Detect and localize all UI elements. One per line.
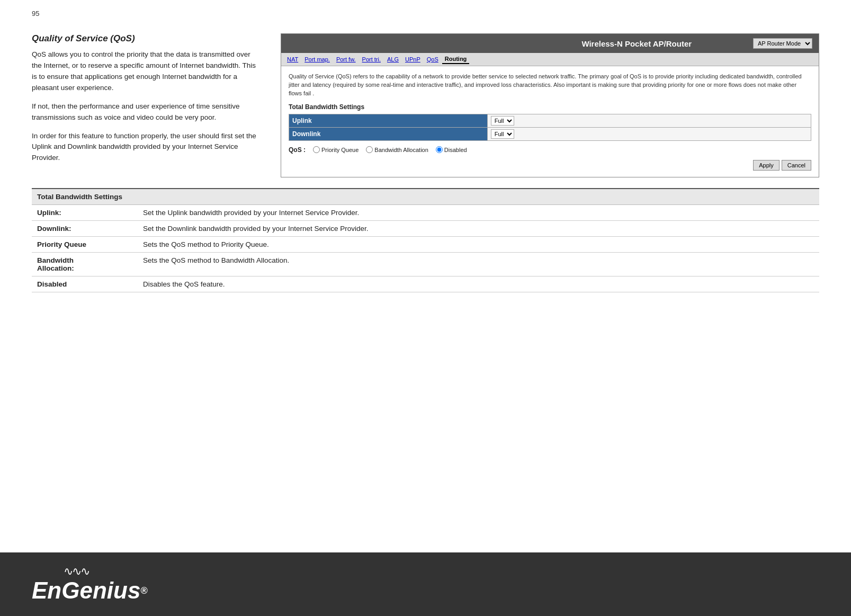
bandwidth-allocation-radio[interactable] (366, 146, 373, 153)
def-uplink: Set the Uplink bandwidth provided by you… (138, 204, 819, 220)
button-row: Apply Cancel (289, 160, 811, 171)
cancel-button[interactable]: Cancel (782, 160, 811, 171)
disabled-option[interactable]: Disabled (436, 146, 467, 153)
term-uplink: Uplink: (32, 204, 138, 220)
table-header: Total Bandwidth Settings (32, 189, 819, 205)
nav-upnp[interactable]: UPnP (402, 55, 423, 64)
def-disabled: Disables the QoS feature. (138, 276, 819, 292)
table-row: Disabled Disables the QoS feature. (32, 276, 819, 292)
term-disabled: Disabled (32, 276, 138, 292)
router-title: Wireless-N Pocket AP/Router (521, 39, 754, 48)
uplink-row: Uplink Full (289, 114, 811, 127)
router-nav: NAT Port map. Port fw. Port tri. ALG UPn… (281, 53, 819, 66)
term-bandwidth-allocation: BandwidthAllocation: (32, 252, 138, 276)
paragraph-2: If not, then the performance and user ex… (32, 101, 259, 123)
bandwidth-allocation-option[interactable]: Bandwidth Allocation (366, 146, 428, 153)
uplink-select[interactable]: Full (491, 116, 514, 126)
reference-table-section: Total Bandwidth Settings Uplink: Set the… (0, 188, 851, 308)
priority-queue-option[interactable]: Priority Queue (313, 146, 359, 153)
downlink-select[interactable]: Full (491, 129, 514, 139)
apply-button[interactable]: Apply (753, 160, 780, 171)
qos-row: QoS : Priority Queue Bandwidth Allocatio… (289, 146, 811, 154)
def-priority-queue: Sets the QoS method to Priority Queue. (138, 236, 819, 252)
downlink-value[interactable]: Full (487, 127, 811, 140)
term-priority-queue: Priority Queue (32, 236, 138, 252)
section-title: Quality of Service (QoS) (32, 33, 259, 44)
reference-table: Total Bandwidth Settings Uplink: Set the… (32, 188, 819, 292)
priority-queue-radio[interactable] (313, 146, 320, 153)
mode-select[interactable]: AP Router Mode (753, 38, 812, 49)
footer: ∿∿∿ EnGenius® (0, 552, 851, 616)
table-row: Uplink: Set the Uplink bandwidth provide… (32, 204, 819, 220)
wifi-icon: ∿∿∿ (64, 565, 89, 578)
table-row: Priority Queue Sets the QoS method to Pr… (32, 236, 819, 252)
paragraph-1: QoS allows you to control the priority t… (32, 49, 259, 94)
qos-radio-group: Priority Queue Bandwidth Allocation Disa… (313, 146, 467, 153)
uplink-value[interactable]: Full (487, 114, 811, 127)
downlink-row: Downlink Full (289, 127, 811, 140)
page-number: 95 (0, 0, 851, 17)
logo-text: EnGenius® (32, 577, 148, 604)
nav-alg[interactable]: ALG (384, 55, 401, 64)
settings-title: Total Bandwidth Settings (289, 103, 811, 111)
term-downlink: Downlink: (32, 220, 138, 236)
logo-area: ∿∿∿ EnGenius® (32, 565, 148, 604)
paragraph-3: In order for this feature to function pr… (32, 131, 259, 164)
router-description: Quality of Service (QoS) refers to the c… (289, 73, 811, 98)
router-body: Quality of Service (QoS) refers to the c… (281, 66, 819, 177)
router-interface: Wireless-N Pocket AP/Router AP Router Mo… (281, 33, 819, 177)
left-description: Quality of Service (QoS) QoS allows you … (32, 33, 259, 177)
def-downlink: Set the Downlink bandwidth provided by y… (138, 220, 819, 236)
settings-table: Uplink Full Downlink (289, 114, 811, 141)
downlink-label: Downlink (289, 127, 488, 140)
table-row: Downlink: Set the Downlink bandwidth pro… (32, 220, 819, 236)
disabled-radio[interactable] (436, 146, 443, 153)
router-ui-panel: Wireless-N Pocket AP/Router AP Router Mo… (281, 33, 819, 177)
nav-routing[interactable]: Routing (442, 55, 470, 64)
nav-nat[interactable]: NAT (284, 55, 301, 64)
def-bandwidth-allocation: Sets the QoS method to Bandwidth Allocat… (138, 252, 819, 276)
router-header: Wireless-N Pocket AP/Router AP Router Mo… (281, 34, 819, 53)
qos-label: QoS : (289, 146, 306, 154)
nav-portmap[interactable]: Port map. (302, 55, 333, 64)
uplink-label: Uplink (289, 114, 488, 127)
nav-portfw[interactable]: Port fw. (334, 55, 359, 64)
logo-registered: ® (140, 585, 147, 596)
table-row: BandwidthAllocation: Sets the QoS method… (32, 252, 819, 276)
nav-porttri[interactable]: Port tri. (360, 55, 383, 64)
nav-qos[interactable]: QoS (424, 55, 441, 64)
